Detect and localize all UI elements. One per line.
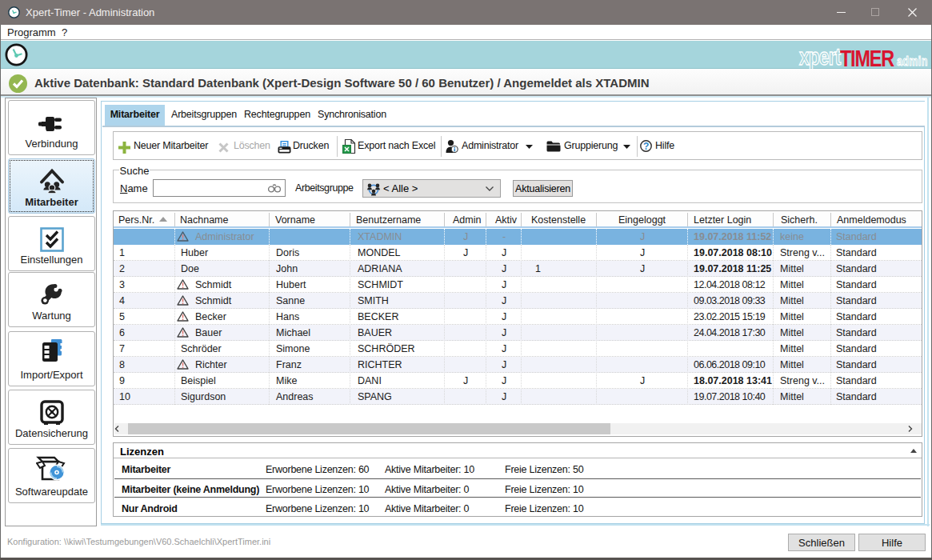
svg-text:?: ? — [643, 141, 649, 152]
